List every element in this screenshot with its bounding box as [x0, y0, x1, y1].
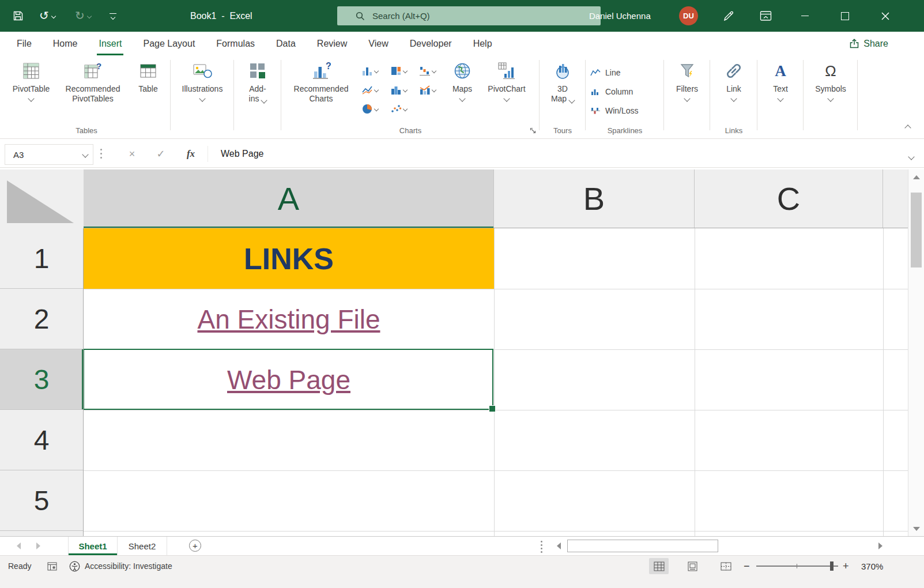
macro-record-button[interactable] — [47, 556, 57, 576]
tab-home[interactable]: Home — [51, 32, 80, 55]
account-name[interactable]: Daniel Uchenna — [589, 11, 651, 21]
tab-developer[interactable]: Developer — [408, 32, 454, 55]
cell-B1[interactable] — [494, 228, 695, 289]
illustrations-button[interactable]: Illustrations — [175, 59, 229, 101]
table-button[interactable]: Table — [130, 59, 166, 94]
fill-handle[interactable] — [489, 405, 496, 412]
row-header-4[interactable]: 4 — [0, 410, 83, 470]
insert-pie-chart-button[interactable] — [360, 99, 387, 118]
row-header-3[interactable]: 3 — [0, 349, 83, 410]
hscroll-left-button[interactable] — [551, 537, 566, 555]
horizontal-scrollbar-thumb[interactable] — [567, 540, 718, 552]
insert-statistic-chart-button[interactable] — [389, 80, 416, 99]
row-header-5[interactable]: 5 — [0, 470, 83, 531]
zoom-slider[interactable] — [756, 566, 838, 567]
tab-file[interactable]: File — [15, 32, 33, 55]
previous-sheet-button[interactable] — [10, 537, 27, 555]
formula-bar-splitter[interactable] — [100, 149, 102, 159]
redo-dropdown-icon[interactable] — [87, 13, 92, 18]
sheet-tab-sheet2[interactable]: Sheet2 — [118, 537, 167, 555]
recommended-pivottables-button[interactable]: ? Recommended PivotTables — [58, 59, 128, 104]
charts-dialog-launcher[interactable] — [529, 127, 537, 134]
tab-bar-splitter[interactable] — [541, 541, 542, 553]
redo-button[interactable]: ↻ — [75, 10, 85, 22]
ribbon-display-options-button[interactable] — [754, 0, 777, 32]
tab-formulas[interactable]: Formulas — [214, 32, 257, 55]
name-box[interactable]: A3 — [5, 144, 93, 165]
zoom-level-button[interactable]: 370% — [861, 556, 883, 576]
tab-insert[interactable]: Insert — [97, 32, 123, 55]
name-box-dropdown-icon[interactable] — [82, 151, 88, 157]
search-box[interactable]: Search (Alt+Q) — [337, 6, 601, 25]
vertical-scrollbar[interactable] — [908, 169, 924, 536]
undo-button[interactable]: ↺ — [39, 10, 49, 22]
save-button[interactable] — [13, 10, 24, 21]
filters-button[interactable]: Filters — [667, 59, 707, 101]
minimize-button[interactable] — [791, 0, 818, 32]
insert-function-button[interactable]: fx — [181, 141, 201, 167]
3d-map-button[interactable]: 3D Map — [544, 59, 581, 104]
maps-button[interactable]: Maps — [447, 59, 477, 101]
text-button[interactable]: A Text — [763, 59, 798, 101]
link-button[interactable]: Link — [715, 59, 753, 101]
addins-button[interactable]: Add- ins — [236, 59, 279, 104]
maximize-button[interactable] — [832, 0, 858, 32]
cell-C3[interactable] — [695, 349, 883, 410]
cell-A4[interactable] — [84, 410, 494, 470]
sheet-tab-sheet1[interactable]: Sheet1 — [68, 537, 118, 555]
share-button[interactable]: Share — [849, 32, 888, 55]
cell-C2[interactable] — [695, 289, 883, 349]
cell-B3[interactable] — [494, 349, 695, 410]
insert-waterfall-chart-button[interactable] — [417, 61, 445, 80]
avatar[interactable]: DU — [679, 6, 698, 25]
tab-data[interactable]: Data — [274, 32, 297, 55]
insert-hierarchy-chart-button[interactable] — [389, 61, 416, 80]
undo-dropdown-icon[interactable] — [51, 13, 56, 18]
pivotchart-button[interactable]: PivotChart — [480, 59, 534, 101]
accessibility-checker-button[interactable]: Accessibility: Investigate — [69, 556, 172, 576]
vertical-scrollbar-thumb[interactable] — [911, 193, 922, 267]
close-button[interactable] — [872, 0, 899, 32]
hscroll-right-button[interactable] — [873, 537, 888, 555]
cell-B5[interactable] — [494, 470, 695, 531]
sparkline-line-button[interactable]: Line — [590, 65, 620, 81]
insert-combo-chart-button[interactable] — [417, 80, 445, 99]
insert-column-chart-button[interactable] — [360, 61, 387, 80]
new-sheet-button[interactable]: + — [189, 540, 201, 552]
customize-quick-access-button[interactable] — [110, 13, 116, 19]
insert-line-chart-button[interactable] — [360, 80, 387, 99]
cell-A5[interactable] — [84, 470, 494, 531]
cell-C5[interactable] — [695, 470, 883, 531]
recommended-charts-button[interactable]: ? Recommended Charts — [287, 59, 355, 104]
cell-B4[interactable] — [494, 410, 695, 470]
zoom-in-button[interactable]: + — [843, 556, 849, 576]
row-header-1[interactable]: 1 — [0, 228, 83, 289]
tab-help[interactable]: Help — [472, 32, 494, 55]
pivottable-button[interactable]: PivotTable — [6, 59, 56, 101]
tab-view[interactable]: View — [367, 32, 390, 55]
zoom-slider-thumb[interactable] — [830, 561, 834, 571]
page-break-preview-button[interactable] — [716, 558, 736, 574]
cell-C1[interactable] — [695, 228, 883, 289]
expand-formula-bar-button[interactable] — [909, 151, 914, 161]
pen-button[interactable] — [717, 0, 740, 32]
select-all-button[interactable] — [0, 169, 84, 229]
cancel-button[interactable]: × — [122, 141, 142, 167]
column-header-B[interactable]: B — [494, 169, 695, 228]
row-header-2[interactable]: 2 — [0, 289, 83, 349]
formula-input[interactable]: Web Page — [221, 141, 263, 167]
normal-view-button[interactable] — [649, 558, 669, 574]
sparkline-column-button[interactable]: Column — [590, 84, 633, 100]
sparkline-winloss-button[interactable]: Win/Loss — [590, 103, 639, 119]
enter-button[interactable]: ✓ — [151, 141, 171, 167]
next-sheet-button[interactable] — [30, 537, 46, 555]
zoom-out-button[interactable]: − — [744, 556, 750, 576]
column-header-partial[interactable] — [883, 169, 908, 228]
cell-A2[interactable]: An Existing File — [84, 289, 494, 349]
cell-B2[interactable] — [494, 289, 695, 349]
tab-page-layout[interactable]: Page Layout — [141, 32, 197, 55]
scroll-up-button[interactable] — [908, 169, 924, 184]
scroll-down-button[interactable] — [908, 521, 924, 536]
insert-scatter-chart-button[interactable] — [389, 99, 416, 118]
page-layout-view-button[interactable] — [682, 558, 702, 574]
